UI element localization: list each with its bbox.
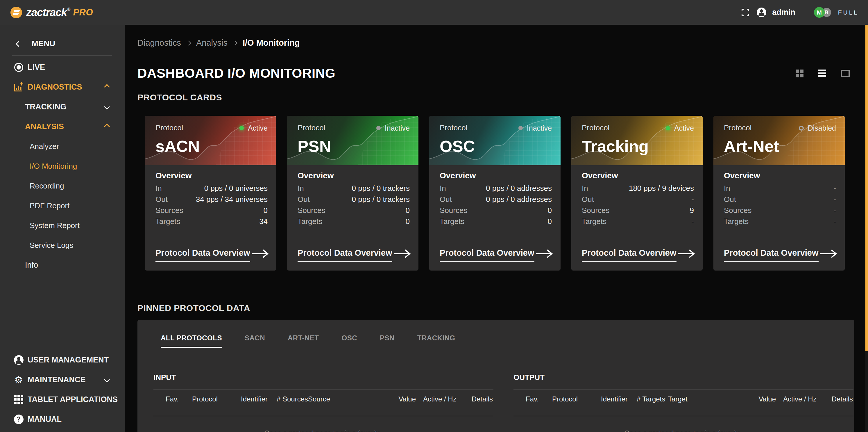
tab-osc[interactable]: OSC: [341, 334, 357, 348]
grid-view-icon[interactable]: [796, 69, 804, 77]
overview-row: Sources0: [298, 205, 410, 216]
protocol-data-overview-link[interactable]: Protocol Data Overview: [440, 248, 534, 262]
column-num-targets: # Targets: [637, 395, 665, 403]
input-table: INPUT Fav. Protocol Identifier # Sources…: [153, 373, 493, 432]
overview-row: In180 pps / 9 devices: [582, 183, 694, 194]
diagnostics-chart-icon: [13, 82, 24, 92]
sidebar-item-info[interactable]: Info: [0, 255, 125, 275]
arrow-right-icon[interactable]: [678, 249, 695, 259]
trademark-symbol: ®: [67, 7, 70, 12]
brand-logo: zactrack® PRO: [10, 6, 93, 19]
sidebar-item-analyzer[interactable]: Analyzer: [0, 137, 125, 156]
tab-art-net[interactable]: ART-NET: [288, 334, 319, 348]
card-protocol-label: Protocol: [724, 123, 751, 132]
arrow-right-icon[interactable]: [251, 249, 269, 259]
protocol-data-overview-link[interactable]: Protocol Data Overview: [298, 248, 392, 262]
breadcrumb-analysis[interactable]: Analysis: [196, 38, 227, 48]
record-icon: [13, 63, 24, 72]
overview-row: Targets34: [155, 216, 268, 227]
protocol-data-overview-link[interactable]: Protocol Data Overview: [155, 248, 250, 262]
gear-icon: ⚙: [13, 375, 24, 384]
scrollbar-thumb[interactable]: [865, 25, 868, 351]
sidebar-item-tablet-applications[interactable]: TABLET APPLICATIONS: [0, 390, 125, 409]
column-fav: Fav.: [526, 395, 539, 403]
chevron-up-icon: [104, 124, 110, 129]
overview-title: Overview: [724, 171, 836, 180]
column-fav: Fav.: [166, 395, 179, 403]
status-text: Inactive: [527, 124, 552, 132]
sidebar-item-live[interactable]: LIVE: [0, 57, 125, 77]
status-badge: Active: [240, 124, 268, 132]
status-text: Disabled: [808, 124, 836, 132]
overview-row: Out-: [724, 194, 836, 205]
column-details: Details: [832, 395, 853, 403]
card-footer: Protocol Data Overview: [298, 248, 411, 262]
tab-all-protocols[interactable]: ALL PROTOCOLS: [161, 334, 222, 348]
fullscreen-icon[interactable]: [742, 9, 749, 16]
brand-suffix: PRO: [73, 7, 93, 18]
sidebar-item-diagnostics[interactable]: DIAGNOSTICS: [0, 77, 125, 97]
card-body: Overview In0 pps / 0 addresses Out0 pps …: [429, 165, 561, 270]
user-avatar-icon[interactable]: [757, 7, 766, 17]
overview-row: Sources0: [155, 205, 268, 216]
arrow-right-icon[interactable]: [820, 249, 837, 259]
overview-row: Sources9: [582, 205, 694, 216]
table-divider: [153, 416, 493, 416]
chevron-down-icon: [104, 104, 110, 110]
sidebar-item-tracking[interactable]: TRACKING: [0, 97, 125, 117]
sidebar-item-io-monitoring[interactable]: I/O Monitoring: [0, 156, 125, 176]
pinned-protocol-data-panel: ALL PROTOCOLS SACN ART-NET OSC PSN TRACK…: [137, 320, 854, 432]
tab-tracking[interactable]: TRACKING: [417, 334, 455, 348]
sidebar-item-pdf-report[interactable]: PDF Report: [0, 196, 125, 215]
card-footer: Protocol Data Overview: [440, 248, 553, 262]
apps-grid-icon: [13, 395, 24, 404]
overview-row: Targets0: [440, 216, 552, 227]
protocol-cards-row: Protocol Active sACN Overview In0 pps / …: [145, 116, 865, 270]
breadcrumb: Diagnostics Analysis I/O Monitoring: [137, 38, 865, 48]
overview-row: Sources-: [724, 205, 836, 216]
topbar-right-cluster: admin M B FULL: [742, 7, 868, 18]
breadcrumb-diagnostics[interactable]: Diagnostics: [137, 38, 181, 48]
overview-row: Out34 pps / 34 universes: [155, 194, 268, 205]
card-footer: Protocol Data Overview: [582, 248, 695, 262]
protocol-name: sACN: [155, 137, 199, 156]
status-dot-icon: [799, 126, 804, 131]
role-badges[interactable]: M B: [814, 7, 831, 18]
protocol-name: Art-Net: [724, 137, 779, 156]
list-view-icon[interactable]: [818, 69, 826, 77]
column-identifier: Identifier: [241, 395, 268, 403]
arrow-right-icon[interactable]: [394, 249, 411, 259]
sidebar-item-user-management[interactable]: USER MANAGEMENT: [0, 350, 125, 370]
protocol-card-tracking: Protocol Active Tracking Overview In180 …: [571, 116, 703, 270]
protocol-name: Tracking: [582, 137, 649, 156]
sidebar-item-recording[interactable]: Recording: [0, 176, 125, 196]
overview-row: In0 pps / 0 universes: [155, 183, 268, 194]
tab-psn[interactable]: PSN: [380, 334, 395, 348]
sidebar-item-manual[interactable]: ? MANUAL: [0, 409, 125, 429]
protocol-cards-heading: PROTOCOL CARDS: [137, 92, 865, 103]
overview-rows: In180 pps / 9 devices Out- Sources9 Targ…: [582, 183, 694, 227]
arrow-right-icon[interactable]: [535, 249, 553, 259]
card-footer: Protocol Data Overview: [724, 248, 837, 262]
sidebar-item-service-logs[interactable]: Service Logs: [0, 235, 125, 255]
sidebar-item-system-report[interactable]: System Report: [0, 215, 125, 235]
tab-sacn[interactable]: SACN: [245, 334, 265, 348]
status-text: Active: [248, 124, 268, 132]
sidebar-bottom-nav: USER MANAGEMENT ⚙ MAINTENANCE TABLET APP…: [0, 350, 125, 429]
sidebar-item-maintenance[interactable]: ⚙ MAINTENANCE: [0, 370, 125, 390]
person-icon: [13, 355, 24, 365]
overview-row: Out0 pps / 0 trackers: [298, 194, 410, 205]
sidebar-item-analysis[interactable]: ANALYSIS: [0, 117, 125, 137]
overview-title: Overview: [582, 171, 694, 180]
sidebar-divider: [12, 55, 112, 56]
menu-collapse-button[interactable]: MENU: [0, 25, 125, 48]
panel-view-icon[interactable]: [841, 70, 850, 77]
card-protocol-label: Protocol: [298, 123, 325, 132]
protocol-data-overview-link[interactable]: Protocol Data Overview: [582, 248, 677, 262]
username-label[interactable]: admin: [772, 8, 795, 17]
card-body: Overview In0 pps / 0 trackers Out0 pps /…: [287, 165, 418, 270]
vertical-scrollbar[interactable]: [865, 25, 868, 432]
brand-name: zactrack®: [26, 6, 70, 19]
protocol-data-overview-link[interactable]: Protocol Data Overview: [724, 248, 818, 262]
page-title: DASHBOARD I/O MONITORING: [137, 66, 335, 81]
